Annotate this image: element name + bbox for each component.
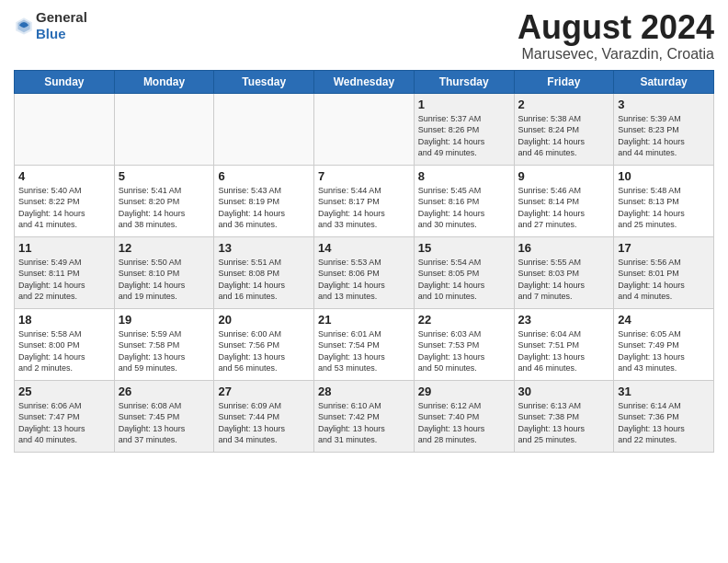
day-number: 10	[618, 169, 710, 183]
table-row: 31Sunrise: 6:14 AM Sunset: 7:36 PM Dayli…	[614, 380, 714, 452]
day-number: 30	[518, 385, 610, 398]
day-info: Sunrise: 5:44 AM Sunset: 8:17 PM Dayligh…	[318, 185, 410, 231]
page: General Blue August 2024 Marusevec, Vara…	[0, 0, 728, 563]
table-row	[114, 93, 214, 165]
table-row: 1Sunrise: 5:37 AM Sunset: 8:26 PM Daylig…	[414, 93, 514, 165]
calendar-week-row: 1Sunrise: 5:37 AM Sunset: 8:26 PM Daylig…	[15, 93, 714, 165]
day-info: Sunrise: 5:50 AM Sunset: 8:10 PM Dayligh…	[119, 257, 210, 303]
day-number: 20	[218, 313, 310, 327]
table-row: 22Sunrise: 6:03 AM Sunset: 7:53 PM Dayli…	[414, 308, 514, 380]
day-info: Sunrise: 5:45 AM Sunset: 8:16 PM Dayligh…	[418, 185, 510, 231]
col-monday: Monday	[114, 70, 214, 93]
day-info: Sunrise: 6:10 AM Sunset: 7:42 PM Dayligh…	[318, 400, 410, 446]
table-row: 10Sunrise: 5:48 AM Sunset: 8:13 PM Dayli…	[614, 165, 714, 236]
table-row: 30Sunrise: 6:13 AM Sunset: 7:38 PM Dayli…	[514, 380, 614, 452]
table-row: 20Sunrise: 6:00 AM Sunset: 7:56 PM Dayli…	[214, 308, 314, 380]
day-number: 9	[518, 169, 610, 183]
day-number: 17	[618, 241, 710, 255]
table-row: 16Sunrise: 5:55 AM Sunset: 8:03 PM Dayli…	[514, 236, 614, 308]
table-row: 4Sunrise: 5:40 AM Sunset: 8:22 PM Daylig…	[15, 165, 115, 236]
day-info: Sunrise: 5:40 AM Sunset: 8:22 PM Dayligh…	[18, 185, 110, 231]
day-number: 6	[218, 169, 310, 183]
day-info: Sunrise: 5:39 AM Sunset: 8:23 PM Dayligh…	[618, 113, 710, 159]
day-info: Sunrise: 6:08 AM Sunset: 7:45 PM Dayligh…	[119, 400, 210, 446]
table-row: 12Sunrise: 5:50 AM Sunset: 8:10 PM Dayli…	[114, 236, 214, 308]
day-number: 11	[18, 241, 110, 255]
calendar-week-row: 11Sunrise: 5:49 AM Sunset: 8:11 PM Dayli…	[15, 236, 714, 308]
day-info: Sunrise: 5:54 AM Sunset: 8:05 PM Dayligh…	[418, 257, 510, 303]
day-number: 3	[618, 98, 710, 111]
table-row: 6Sunrise: 5:43 AM Sunset: 8:19 PM Daylig…	[214, 165, 314, 236]
table-row: 26Sunrise: 6:08 AM Sunset: 7:45 PM Dayli…	[114, 380, 214, 452]
calendar-week-row: 18Sunrise: 5:58 AM Sunset: 8:00 PM Dayli…	[15, 308, 714, 380]
day-info: Sunrise: 6:05 AM Sunset: 7:49 PM Dayligh…	[618, 328, 710, 374]
table-row: 8Sunrise: 5:45 AM Sunset: 8:16 PM Daylig…	[414, 165, 514, 236]
table-row: 27Sunrise: 6:09 AM Sunset: 7:44 PM Dayli…	[214, 380, 314, 452]
day-info: Sunrise: 5:38 AM Sunset: 8:24 PM Dayligh…	[518, 113, 610, 159]
day-info: Sunrise: 5:56 AM Sunset: 8:01 PM Dayligh…	[618, 257, 710, 303]
col-saturday: Saturday	[614, 70, 714, 93]
table-row: 2Sunrise: 5:38 AM Sunset: 8:24 PM Daylig…	[514, 93, 614, 165]
table-row: 19Sunrise: 5:59 AM Sunset: 7:58 PM Dayli…	[114, 308, 214, 380]
day-number: 26	[119, 385, 210, 398]
day-number: 28	[318, 385, 410, 398]
calendar-table: Sunday Monday Tuesday Wednesday Thursday…	[14, 70, 714, 453]
day-number: 13	[218, 241, 310, 255]
day-number: 29	[418, 385, 510, 398]
day-number: 31	[618, 385, 710, 398]
calendar-week-row: 4Sunrise: 5:40 AM Sunset: 8:22 PM Daylig…	[15, 165, 714, 236]
day-number: 4	[18, 169, 110, 183]
table-row: 3Sunrise: 5:39 AM Sunset: 8:23 PM Daylig…	[614, 93, 714, 165]
logo-icon	[14, 16, 34, 36]
table-row: 13Sunrise: 5:51 AM Sunset: 8:08 PM Dayli…	[214, 236, 314, 308]
calendar-header-row: Sunday Monday Tuesday Wednesday Thursday…	[15, 70, 714, 93]
table-row: 7Sunrise: 5:44 AM Sunset: 8:17 PM Daylig…	[314, 165, 415, 236]
header: General Blue August 2024 Marusevec, Vara…	[14, 9, 714, 63]
col-friday: Friday	[514, 70, 614, 93]
logo-blue: Blue	[36, 26, 66, 41]
day-info: Sunrise: 6:06 AM Sunset: 7:47 PM Dayligh…	[18, 400, 110, 446]
day-info: Sunrise: 6:01 AM Sunset: 7:54 PM Dayligh…	[318, 328, 410, 374]
day-info: Sunrise: 5:59 AM Sunset: 7:58 PM Dayligh…	[119, 328, 210, 374]
day-number: 22	[418, 313, 510, 327]
table-row: 24Sunrise: 6:05 AM Sunset: 7:49 PM Dayli…	[614, 308, 714, 380]
day-info: Sunrise: 6:03 AM Sunset: 7:53 PM Dayligh…	[418, 328, 510, 374]
day-number: 25	[18, 385, 110, 398]
day-info: Sunrise: 5:49 AM Sunset: 8:11 PM Dayligh…	[18, 257, 110, 303]
day-info: Sunrise: 5:55 AM Sunset: 8:03 PM Dayligh…	[518, 257, 610, 303]
day-info: Sunrise: 6:12 AM Sunset: 7:40 PM Dayligh…	[418, 400, 510, 446]
table-row: 23Sunrise: 6:04 AM Sunset: 7:51 PM Dayli…	[514, 308, 614, 380]
day-number: 8	[418, 169, 510, 183]
day-info: Sunrise: 6:04 AM Sunset: 7:51 PM Dayligh…	[518, 328, 610, 374]
day-number: 7	[318, 169, 410, 183]
day-info: Sunrise: 6:13 AM Sunset: 7:38 PM Dayligh…	[518, 400, 610, 446]
col-tuesday: Tuesday	[214, 70, 314, 93]
table-row: 14Sunrise: 5:53 AM Sunset: 8:06 PM Dayli…	[314, 236, 415, 308]
table-row	[214, 93, 314, 165]
day-info: Sunrise: 5:48 AM Sunset: 8:13 PM Dayligh…	[618, 185, 710, 231]
table-row	[15, 93, 115, 165]
day-info: Sunrise: 5:43 AM Sunset: 8:19 PM Dayligh…	[218, 185, 310, 231]
table-row	[314, 93, 415, 165]
day-info: Sunrise: 5:41 AM Sunset: 8:20 PM Dayligh…	[119, 185, 210, 231]
title-block: August 2024 Marusevec, Varazdin, Croatia	[518, 9, 714, 63]
day-info: Sunrise: 5:46 AM Sunset: 8:14 PM Dayligh…	[518, 185, 610, 231]
title-location: Marusevec, Varazdin, Croatia	[518, 46, 714, 63]
day-number: 18	[18, 313, 110, 327]
day-number: 1	[418, 98, 510, 111]
day-info: Sunrise: 5:53 AM Sunset: 8:06 PM Dayligh…	[318, 257, 410, 303]
col-sunday: Sunday	[15, 70, 115, 93]
day-info: Sunrise: 5:58 AM Sunset: 8:00 PM Dayligh…	[18, 328, 110, 374]
table-row: 15Sunrise: 5:54 AM Sunset: 8:05 PM Dayli…	[414, 236, 514, 308]
day-number: 21	[318, 313, 410, 327]
day-number: 27	[218, 385, 310, 398]
table-row: 29Sunrise: 6:12 AM Sunset: 7:40 PM Dayli…	[414, 380, 514, 452]
table-row: 25Sunrise: 6:06 AM Sunset: 7:47 PM Dayli…	[15, 380, 115, 452]
day-info: Sunrise: 6:00 AM Sunset: 7:56 PM Dayligh…	[218, 328, 310, 374]
day-number: 14	[318, 241, 410, 255]
day-number: 12	[119, 241, 210, 255]
day-number: 5	[119, 169, 210, 183]
logo: General Blue	[14, 9, 87, 42]
table-row: 9Sunrise: 5:46 AM Sunset: 8:14 PM Daylig…	[514, 165, 614, 236]
col-thursday: Thursday	[414, 70, 514, 93]
